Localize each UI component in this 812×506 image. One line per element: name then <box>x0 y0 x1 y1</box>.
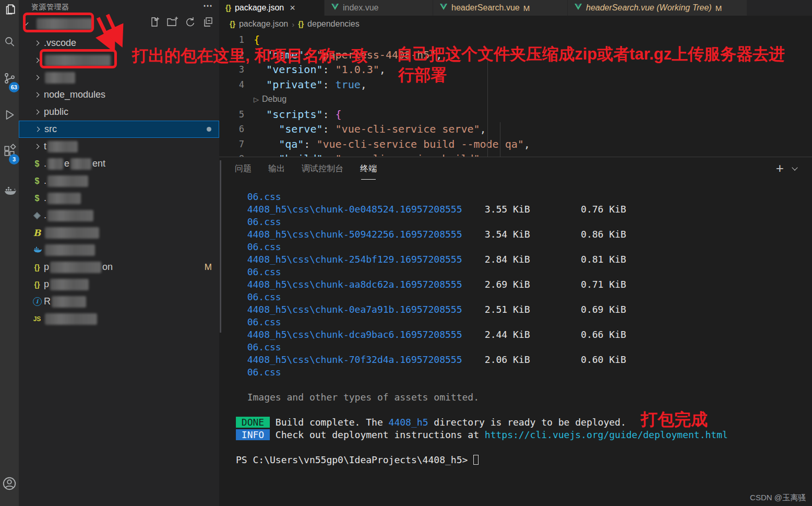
panel-scrollbar[interactable] <box>220 160 221 333</box>
terminal-text: 06.css <box>236 241 281 252</box>
activity-item-search[interactable] <box>0 32 19 53</box>
sidebar-item-folder-censored-2[interactable] <box>19 69 219 86</box>
new-terminal-button[interactable]: + <box>776 161 784 175</box>
chevron-right-icon <box>31 124 44 135</box>
activity-item-account[interactable] <box>0 474 19 495</box>
sidebar-item-folder-censored-3[interactable]: t <box>19 138 219 155</box>
sidebar-item-folder-node-modules[interactable]: node_modules <box>19 86 219 103</box>
json-icon: {} <box>298 20 304 28</box>
code-token: "vue-cli-service build --mode qa" <box>316 138 523 150</box>
code-token: "serve" <box>279 123 323 135</box>
sidebar-item-file-js-config[interactable]: JS <box>19 310 219 327</box>
annotation-box-root <box>23 13 94 32</box>
sidebar-item-file-env-development[interactable]: $.eent <box>19 155 219 172</box>
codelens-label[interactable]: Debug <box>262 95 286 103</box>
terminal-text: Build complete. The <box>270 417 389 428</box>
line-number: 6 <box>219 124 254 134</box>
code-line[interactable]: 7 "qa": "vue-cli-service build --mode qa… <box>219 137 812 152</box>
breadcrumb-item[interactable]: dependencies <box>307 19 360 29</box>
tab-headersearch-vue[interactable]: headerSearch.vueM <box>433 0 568 16</box>
sidebar-item-file-docker[interactable] <box>19 241 219 258</box>
sidebar-item-file-package-json[interactable]: {}ponM <box>19 258 219 276</box>
line-number: 4 <box>219 79 254 90</box>
new-folder-button[interactable] <box>166 17 178 29</box>
code-token: , <box>361 78 367 91</box>
code-token: , <box>480 123 486 135</box>
label-text: node_modules <box>44 89 105 100</box>
code-token <box>254 108 266 121</box>
activity-item-explorer[interactable] <box>0 0 19 21</box>
panel-tab-problems[interactable]: 问题 <box>235 163 252 179</box>
censored-text <box>47 210 93 221</box>
file-label: pon <box>44 262 113 273</box>
close-icon[interactable]: × <box>290 3 295 13</box>
sidebar-item-file-config-censored[interactable]: . <box>19 207 219 224</box>
panel-tab-terminal[interactable]: 终端 <box>360 163 377 179</box>
file-label: . <box>44 175 89 187</box>
git-modified-badge: M <box>523 4 530 13</box>
vue-icon <box>331 3 339 13</box>
label-text: R <box>44 296 51 307</box>
terminal-text: 06.css <box>236 316 281 327</box>
vue-icon <box>574 3 582 13</box>
terminal-output: 06.css 4408_h5\css\chunk-0e048524.169572… <box>236 191 805 466</box>
chevron-right-icon <box>30 38 44 49</box>
watermark: CSDN @玉离骚 <box>750 493 806 503</box>
annotation-arrows <box>92 13 128 52</box>
more-actions-icon[interactable]: ⋯ <box>203 0 213 11</box>
terminal-dropdown-icon[interactable] <box>791 164 798 172</box>
activity-item-extensions[interactable]: 3 <box>0 141 19 162</box>
terminal-text: Images and other types of assets omitted… <box>236 392 479 403</box>
terminal-line <box>236 441 805 454</box>
code-token: : <box>323 108 335 121</box>
chevron-right-icon <box>30 73 44 83</box>
tab-package-json[interactable]: {}package.json× <box>219 0 325 16</box>
code-line[interactable]: 5 "scripts": { <box>219 107 812 122</box>
sidebar-item-folder-src[interactable]: src <box>19 121 219 138</box>
terminal-text: 06.css <box>236 191 281 202</box>
terminal-text: directory is ready to be deployed. <box>428 417 626 428</box>
label-text: on <box>102 262 113 273</box>
code-line[interactable]: 4 "private": true, <box>219 77 812 92</box>
label-text: src <box>44 124 57 135</box>
annotation-done-note: 打包完成 <box>641 408 708 431</box>
terminal-text: Check out deployment instructions at <box>270 429 485 440</box>
file-label: .eent <box>44 158 105 170</box>
sidebar-item-file-readme[interactable]: iR <box>19 293 219 310</box>
codelens-line[interactable]: ▷Debug <box>219 92 812 107</box>
tab-label: index.vue <box>343 3 379 13</box>
sidebar-item-file-env-censored-2[interactable]: $. <box>19 190 219 207</box>
activity-item-run-debug[interactable] <box>0 105 19 126</box>
censored-text <box>50 262 101 273</box>
sidebar-item-folder-public[interactable]: public <box>19 103 219 121</box>
terminal-text: 2.84 KiB 0.81 KiB <box>462 254 626 265</box>
panel-tab-output[interactable]: 输出 <box>268 163 285 179</box>
terminal-text: PS C:\Users\vn55gp0\IdeaProjects\4408_h5… <box>236 454 473 465</box>
terminal-text: 06.css <box>236 367 281 378</box>
activity-item-source-control[interactable]: 63 <box>0 69 19 90</box>
collapse-all-button[interactable] <box>201 17 214 29</box>
panel-tab-debug-console[interactable]: 调试控制台 <box>302 163 343 179</box>
breadcrumb-item[interactable]: package.json <box>239 19 288 29</box>
babel-icon: B <box>30 228 44 238</box>
code-token <box>254 138 279 150</box>
diamond-icon <box>33 211 41 219</box>
new-file-button[interactable] <box>148 17 161 29</box>
refresh-button[interactable] <box>184 17 196 29</box>
tab-index-vue[interactable]: index.vue <box>325 0 433 16</box>
tab-headersearch-working-tree[interactable]: headerSearch.vue (Working Tree)M <box>568 0 747 16</box>
breadcrumb[interactable]: {}package.json›{}dependencies <box>219 16 812 32</box>
code-line[interactable]: 6 "serve": "vue-cli-service serve", <box>219 122 812 137</box>
terminal-line: DONE Build complete. The 4408_h5 directo… <box>236 416 805 429</box>
code-token: "vue-cli-service serve" <box>336 123 480 135</box>
label-text: e <box>64 158 69 169</box>
sidebar-item-file-env-censored-1[interactable]: $. <box>19 172 219 190</box>
censored-text <box>52 296 86 308</box>
new-folder-icon <box>166 16 178 30</box>
sidebar-item-file-package-lock[interactable]: {}p <box>19 276 219 293</box>
sidebar-item-file-babel-config[interactable]: B <box>19 224 219 241</box>
activity-item-docker[interactable] <box>0 182 19 203</box>
chevron-right-icon <box>30 90 44 100</box>
annotation-note-left: 打出的包在这里, 和项目名称一致 <box>132 45 367 67</box>
explorer-header: 资源管理器 ⋯ <box>19 0 219 14</box>
